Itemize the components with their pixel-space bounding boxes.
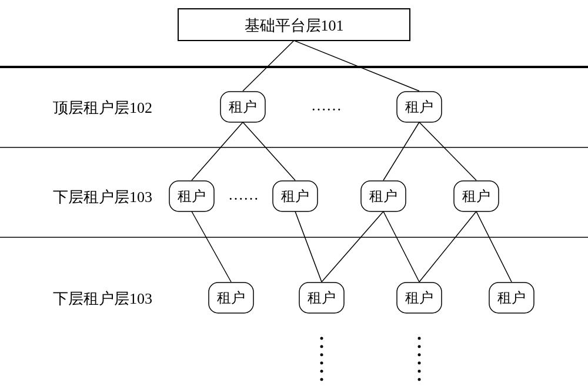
svg-point-2: [320, 354, 323, 357]
tenant-label: 租户: [405, 99, 433, 115]
svg-point-3: [320, 362, 323, 365]
svg-point-7: [418, 345, 421, 348]
tenant-label: 租户: [178, 189, 206, 204]
tenant-label: 租户: [462, 189, 490, 204]
connector: [322, 211, 383, 282]
connector: [383, 211, 419, 282]
hdots-icon: ……: [311, 97, 342, 114]
svg-point-5: [320, 378, 323, 381]
connector: [295, 211, 322, 282]
layer-label-2: 下层租户层103: [53, 189, 152, 206]
tenant-label: 租户: [405, 290, 433, 305]
tenant-label: 租户: [497, 290, 526, 305]
vdots-icon: [418, 337, 421, 381]
tenant-label: 租户: [308, 290, 336, 305]
connector: [243, 122, 295, 180]
root-label: 基础平台层101: [245, 17, 344, 34]
connector: [419, 122, 476, 180]
svg-point-4: [320, 370, 323, 373]
tenant-label: 租户: [217, 290, 245, 305]
connector: [192, 122, 243, 180]
connector: [476, 211, 512, 282]
layer-label-1: 顶层租户层102: [53, 99, 152, 116]
tenant-label: 租户: [281, 189, 309, 204]
svg-point-9: [418, 362, 421, 365]
connector: [419, 211, 476, 282]
svg-point-8: [418, 354, 421, 357]
hdots-icon: ……: [228, 186, 259, 203]
tenant-label: 租户: [369, 189, 397, 204]
connector: [383, 122, 419, 180]
svg-point-0: [320, 337, 323, 340]
tenant-label: 租户: [229, 99, 257, 115]
svg-point-1: [320, 345, 323, 348]
connector: [192, 211, 231, 282]
svg-point-6: [418, 337, 421, 340]
svg-point-11: [418, 378, 421, 381]
vdots-icon: [320, 337, 323, 381]
svg-point-10: [418, 370, 421, 373]
layer-label-3: 下层租户层103: [53, 290, 152, 307]
